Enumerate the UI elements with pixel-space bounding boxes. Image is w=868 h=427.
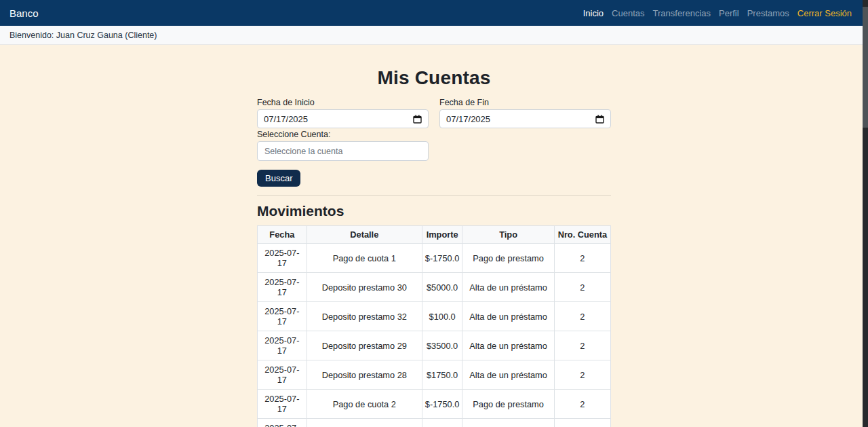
movements-table: FechaDetalleImporteTipoNro. Cuenta 2025-… <box>257 225 611 427</box>
calendar-icon[interactable] <box>595 115 604 124</box>
end-date-field: Fecha de Fin 07/17/2025 <box>439 98 611 128</box>
table-cell: 2025-07-17 <box>258 331 307 360</box>
nav-link-cerrar-sesion[interactable]: Cerrar Sesión <box>793 8 856 18</box>
column-header: Fecha <box>258 226 307 244</box>
table-cell: Pago de prestamo <box>462 390 554 419</box>
table-cell: $-1750.0 <box>422 390 462 419</box>
navbar: Banco InicioCuentasTransferenciasPerfilP… <box>0 0 868 26</box>
table-cell: 2 <box>554 244 610 273</box>
account-select-placeholder: Seleccione la cuenta <box>264 147 342 156</box>
table-row: 2025-07-17Pago de cuota 1$-1750.0Pago de… <box>258 244 611 273</box>
column-header: Importe <box>422 226 462 244</box>
account-select-label: Seleccione Cuenta: <box>257 130 429 139</box>
table-cell: $-1750.0 <box>422 244 462 273</box>
table-cell: $5000.0 <box>422 273 462 302</box>
welcome-text: Bienvenido: Juan Cruz Gauna (Cliente) <box>9 31 157 40</box>
table-cell: 2 <box>554 419 610 427</box>
table-header-row: FechaDetalleImporteTipoNro. Cuenta <box>258 226 611 244</box>
table-cell: 2025-07-17 <box>258 244 307 273</box>
end-date-label: Fecha de Fin <box>439 98 611 107</box>
table-cell: 2 <box>554 390 610 419</box>
table-row: 2025-07-17Pago de cuota 2$-1750.0Pago de… <box>258 390 611 419</box>
table-cell: 2025-07-17 <box>258 302 307 331</box>
table-cell: Alta de un préstamo <box>462 302 554 331</box>
table-cell: Pago de prestamo <box>462 244 554 273</box>
start-date-input[interactable]: 07/17/2025 <box>257 109 429 128</box>
table-cell: $1750.0 <box>422 360 462 390</box>
calendar-icon[interactable] <box>413 115 422 124</box>
brand-link[interactable]: Banco <box>9 7 39 19</box>
end-date-input[interactable]: 07/17/2025 <box>439 109 611 128</box>
table-cell: 2 <box>554 273 610 302</box>
nav-link-inicio[interactable]: Inicio <box>579 8 608 18</box>
nav-link-prestamos[interactable]: Prestamos <box>743 8 793 18</box>
column-header: Detalle <box>307 226 422 244</box>
nav-link-transferencias[interactable]: Transferencias <box>649 8 715 18</box>
table-cell: $100.0 <box>422 302 462 331</box>
table-cell: Deposito prestamo 30 <box>307 273 422 302</box>
welcome-bar: Bienvenido: Juan Cruz Gauna (Cliente) <box>0 26 868 45</box>
table-cell: Pago de cuota1 <box>307 419 422 427</box>
page-title: Mis Cuentas <box>257 67 611 89</box>
table-row: 2025-07-17Deposito prestamo 28$1750.0Alt… <box>258 360 611 390</box>
table-row: 2025-07-13Pago de cuota1$-2000.0Pago de … <box>258 419 611 427</box>
nav-links: InicioCuentasTransferenciasPerfilPrestam… <box>579 8 856 18</box>
table-cell: 2 <box>554 302 610 331</box>
nav-link-perfil[interactable]: Perfil <box>715 8 743 18</box>
table-cell: $-2000.0 <box>422 419 462 427</box>
movements-title: Movimientos <box>257 203 611 219</box>
table-row: 2025-07-17Deposito prestamo 32$100.0Alta… <box>258 302 611 331</box>
table-cell: Pago de cuota 2 <box>307 390 422 419</box>
start-date-field: Fecha de Inicio 07/17/2025 <box>257 98 429 128</box>
end-date-value: 07/17/2025 <box>446 114 490 124</box>
table-row: 2025-07-17Deposito prestamo 30$5000.0Alt… <box>258 273 611 302</box>
table-cell: Pago de prestamo <box>462 419 554 427</box>
table-cell: Deposito prestamo 32 <box>307 302 422 331</box>
table-cell: 2025-07-13 <box>258 419 307 427</box>
search-form: Fecha de Inicio 07/17/2025 Fecha de Fin … <box>257 98 611 162</box>
table-cell: Alta de un préstamo <box>462 360 554 390</box>
nav-link-cuentas[interactable]: Cuentas <box>608 8 648 18</box>
table-cell: 2 <box>554 331 610 360</box>
table-cell: Alta de un préstamo <box>462 273 554 302</box>
account-select-field: Seleccione Cuenta: Seleccione la cuenta <box>257 130 429 161</box>
table-cell: Deposito prestamo 28 <box>307 360 422 390</box>
table-cell: 2 <box>554 360 610 390</box>
table-cell: 2025-07-17 <box>258 360 307 390</box>
table-row: 2025-07-17Deposito prestamo 29$3500.0Alt… <box>258 331 611 360</box>
table-cell: Pago de cuota 1 <box>307 244 422 273</box>
scrollbar-thumb[interactable] <box>863 7 868 128</box>
section-divider <box>257 195 611 196</box>
table-cell: Deposito prestamo 29 <box>307 331 422 360</box>
table-cell: $3500.0 <box>422 331 462 360</box>
start-date-value: 07/17/2025 <box>264 114 308 124</box>
table-cell: 2025-07-17 <box>258 273 307 302</box>
main-content: Mis Cuentas Fecha de Inicio 07/17/2025 F… <box>257 67 611 427</box>
table-cell: 2025-07-17 <box>258 390 307 419</box>
movements-table-body: 2025-07-17Pago de cuota 1$-1750.0Pago de… <box>258 244 611 427</box>
table-cell: Alta de un préstamo <box>462 331 554 360</box>
account-select[interactable]: Seleccione la cuenta <box>257 141 429 161</box>
start-date-label: Fecha de Inicio <box>257 98 429 107</box>
column-header: Nro. Cuenta <box>554 226 610 244</box>
column-header: Tipo <box>462 226 554 244</box>
buscar-button[interactable]: Buscar <box>257 170 300 187</box>
scrollbar[interactable] <box>863 0 868 427</box>
